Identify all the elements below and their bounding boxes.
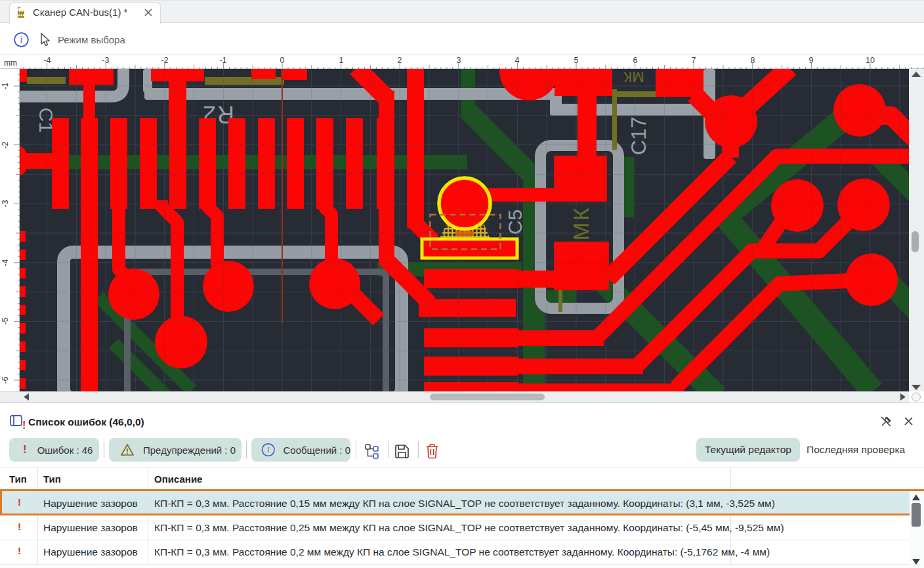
svg-text:-3: -3 (102, 56, 109, 65)
svg-text:-3: -3 (1, 200, 10, 207)
svg-text:10: 10 (866, 56, 875, 65)
svg-text:1: 1 (339, 56, 344, 65)
svg-text:C17: C17 (627, 117, 650, 156)
svg-text:5: 5 (574, 56, 579, 65)
svg-text:-1: -1 (1, 82, 10, 89)
svg-text:МК: МК (623, 69, 644, 85)
svg-text:МК: МК (569, 206, 593, 241)
svg-text:6: 6 (633, 56, 638, 65)
svg-text:0: 0 (280, 56, 285, 65)
svg-text:-2: -2 (1, 141, 10, 148)
svg-text:3: 3 (457, 56, 461, 65)
svg-text:i: i (267, 445, 270, 454)
svg-text:-4: -4 (43, 56, 51, 65)
svg-text:i: i (20, 35, 23, 45)
svg-text:2: 2 (398, 56, 402, 65)
svg-text:C5: C5 (504, 209, 526, 234)
svg-text:-2: -2 (161, 56, 168, 65)
svg-text:-6: -6 (1, 376, 10, 383)
svg-text:!: ! (22, 420, 26, 429)
svg-text:4: 4 (515, 56, 520, 65)
svg-text:9: 9 (809, 56, 814, 65)
svg-text:-1: -1 (219, 56, 226, 65)
svg-text:-5: -5 (1, 317, 10, 324)
svg-text:7: 7 (692, 56, 696, 65)
svg-text:-4: -4 (1, 259, 10, 266)
svg-text:8: 8 (751, 56, 755, 65)
